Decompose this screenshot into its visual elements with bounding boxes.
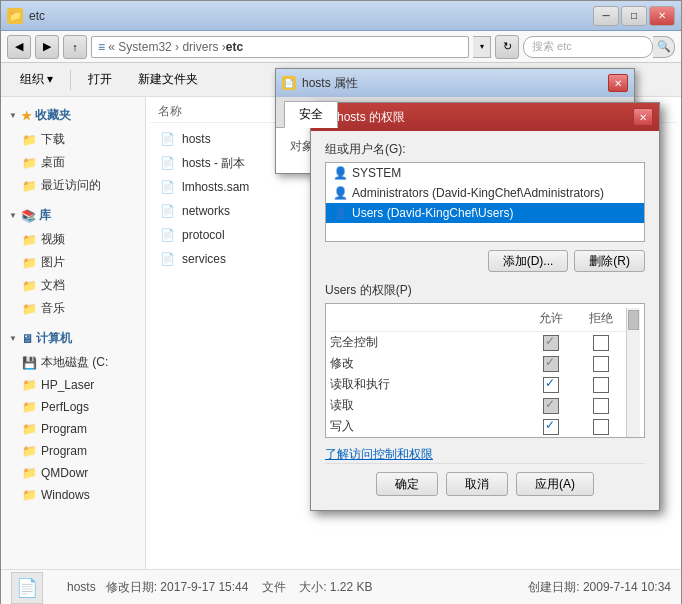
toolbar-separator bbox=[70, 70, 71, 90]
sidebar-item-local-disk[interactable]: 💾 本地磁盘 (C: bbox=[1, 351, 145, 374]
status-info: hosts 修改日期: 2017-9-17 15:44 文件 大小: 1.22 … bbox=[67, 579, 373, 596]
sidebar-item-downloads[interactable]: 📁 下载 bbox=[1, 128, 145, 151]
group-item-administrators[interactable]: 👤 Administrators (David-KingChef\Adminis… bbox=[326, 183, 644, 203]
sidebar-item-program2[interactable]: 📁 Program bbox=[1, 440, 145, 462]
disk-icon: 💾 bbox=[21, 355, 37, 371]
perms-scrollbar[interactable] bbox=[626, 308, 640, 437]
favorites-header[interactable]: ▼ ★ 收藏夹 bbox=[1, 103, 145, 128]
search-button[interactable]: 🔍 bbox=[653, 36, 675, 58]
back-button[interactable]: ◀ bbox=[7, 35, 31, 59]
full-control-deny-checkbox[interactable] bbox=[593, 335, 609, 351]
properties-close-button[interactable]: ✕ bbox=[608, 74, 628, 92]
folder-icon: 📁 bbox=[21, 255, 37, 271]
apply-button[interactable]: 应用(A) bbox=[516, 472, 594, 496]
security-tab[interactable]: 安全 bbox=[284, 101, 338, 128]
sidebar-item-pictures[interactable]: 📁 图片 bbox=[1, 251, 145, 274]
file-icon: 📄 bbox=[158, 202, 176, 220]
sidebar-item-program1[interactable]: 📁 Program bbox=[1, 418, 145, 440]
group-item-system[interactable]: 👤 SYSTEM bbox=[326, 163, 644, 183]
file-icon: 📄 bbox=[158, 226, 176, 244]
folder-icon: 📁 bbox=[21, 399, 37, 415]
perms-table-header: 允许 拒绝 bbox=[330, 308, 626, 332]
folder-icon: 📁 bbox=[21, 132, 37, 148]
permissions-title-bar: 📄 hosts 的权限 ✕ bbox=[311, 103, 659, 131]
folder-icon: 📁 bbox=[21, 155, 37, 171]
file-icon: 📄 bbox=[158, 250, 176, 268]
sidebar-item-documents[interactable]: 📁 文档 bbox=[1, 274, 145, 297]
sidebar-item-perflogs[interactable]: 📁 PerfLogs bbox=[1, 396, 145, 418]
up-button[interactable]: ↑ bbox=[63, 35, 87, 59]
properties-title: hosts 属性 bbox=[302, 75, 608, 92]
read-execute-deny-checkbox[interactable] bbox=[593, 377, 609, 393]
system-icon: 👤 bbox=[332, 165, 348, 181]
properties-title-bar: 📄 hosts 属性 ✕ bbox=[276, 69, 634, 97]
forward-button[interactable]: ▶ bbox=[35, 35, 59, 59]
group-label: 组或用户名(G): bbox=[325, 141, 645, 158]
sidebar-item-qmdown[interactable]: 📁 QMDowr bbox=[1, 462, 145, 484]
maximize-button[interactable]: □ bbox=[621, 6, 647, 26]
read-allow-checkbox[interactable] bbox=[543, 398, 559, 414]
folder-icon: 📁 bbox=[21, 377, 37, 393]
modify-deny-checkbox[interactable] bbox=[593, 356, 609, 372]
sidebar-item-windows[interactable]: 📁 Windows bbox=[1, 484, 145, 506]
computer-header[interactable]: ▼ 🖥 计算机 bbox=[1, 326, 145, 351]
sidebar-item-videos[interactable]: 📁 视频 bbox=[1, 228, 145, 251]
add-button[interactable]: 添加(D)... bbox=[488, 250, 569, 272]
perms-bottom-buttons: 确定 取消 应用(A) bbox=[325, 463, 645, 500]
sidebar-item-hp-laser[interactable]: 📁 HP_Laser bbox=[1, 374, 145, 396]
write-allow-checkbox[interactable] bbox=[543, 419, 559, 435]
perm-write: 写入 bbox=[330, 416, 626, 437]
access-control-link[interactable]: 了解访问控制和权限 bbox=[325, 446, 645, 463]
favorites-section: ▼ ★ 收藏夹 📁 下载 📁 桌面 📁 最近访问的 bbox=[1, 103, 145, 197]
folder-icon: 📁 bbox=[21, 421, 37, 437]
close-button[interactable]: ✕ bbox=[649, 6, 675, 26]
organize-button[interactable]: 组织 ▾ bbox=[9, 67, 64, 93]
modify-allow-checkbox[interactable] bbox=[543, 356, 559, 372]
sidebar-item-music[interactable]: 📁 音乐 bbox=[1, 297, 145, 320]
folder-icon: 📁 bbox=[21, 487, 37, 503]
users-icon: 👤 bbox=[332, 205, 348, 221]
group-buttons: 添加(D)... 删除(R) bbox=[325, 250, 645, 272]
address-dropdown[interactable]: ▾ bbox=[473, 36, 491, 58]
file-icon: 📄 bbox=[158, 154, 176, 172]
library-section: ▼ 📚 库 📁 视频 📁 图片 📁 文档 📁 bbox=[1, 203, 145, 320]
group-item-users[interactable]: 👤 Users (David-KingChef\Users) bbox=[326, 203, 644, 223]
status-size: 大小: 1.22 KB bbox=[299, 580, 372, 594]
perm-read: 读取 bbox=[330, 395, 626, 416]
explorer-window-controls: ─ □ ✕ bbox=[593, 6, 675, 26]
read-deny-checkbox[interactable] bbox=[593, 398, 609, 414]
ok-button[interactable]: 确定 bbox=[376, 472, 438, 496]
perm-read-execute: 读取和执行 bbox=[330, 374, 626, 395]
sidebar: ▼ ★ 收藏夹 📁 下载 📁 桌面 📁 最近访问的 bbox=[1, 97, 146, 569]
admin-icon: 👤 bbox=[332, 185, 348, 201]
folder-icon: 📁 bbox=[21, 232, 37, 248]
explorer-title: etc bbox=[29, 9, 593, 23]
perms-table-label: Users 的权限(P) bbox=[325, 282, 645, 299]
folder-icon: 📁 bbox=[21, 278, 37, 294]
library-header[interactable]: ▼ 📚 库 bbox=[1, 203, 145, 228]
write-deny-checkbox[interactable] bbox=[593, 419, 609, 435]
read-execute-allow-checkbox[interactable] bbox=[543, 377, 559, 393]
new-folder-button[interactable]: 新建文件夹 bbox=[127, 67, 209, 93]
permissions-dialog: 📄 hosts 的权限 ✕ 组或用户名(G): 👤 SYSTEM 👤 Admin… bbox=[310, 102, 660, 511]
sidebar-item-recent[interactable]: 📁 最近访问的 bbox=[1, 174, 145, 197]
folder-icon: 📁 bbox=[21, 443, 37, 459]
status-file-icon: 📄 bbox=[11, 572, 43, 604]
explorer-title-icon: 📁 bbox=[7, 8, 23, 24]
status-created: 创建日期: 2009-7-14 10:34 bbox=[528, 579, 671, 596]
file-icon: 📄 bbox=[158, 130, 176, 148]
permissions-body: 组或用户名(G): 👤 SYSTEM 👤 Administrators (Dav… bbox=[311, 131, 659, 510]
address-field[interactable]: ≡ « System32 › drivers › etc bbox=[91, 36, 469, 58]
search-field[interactable]: 搜索 etc bbox=[523, 36, 653, 58]
sidebar-item-desktop[interactable]: 📁 桌面 bbox=[1, 151, 145, 174]
address-bar: ◀ ▶ ↑ ≡ « System32 › drivers › etc ▾ ↻ 搜… bbox=[1, 31, 681, 63]
minimize-button[interactable]: ─ bbox=[593, 6, 619, 26]
permissions-close-button[interactable]: ✕ bbox=[633, 108, 653, 126]
full-control-allow-checkbox[interactable] bbox=[543, 335, 559, 351]
open-button[interactable]: 打开 bbox=[77, 67, 123, 93]
group-list[interactable]: 👤 SYSTEM 👤 Administrators (David-KingChe… bbox=[325, 162, 645, 242]
folder-icon: 📁 bbox=[21, 178, 37, 194]
cancel-button[interactable]: 取消 bbox=[446, 472, 508, 496]
refresh-button[interactable]: ↻ bbox=[495, 35, 519, 59]
remove-button[interactable]: 删除(R) bbox=[574, 250, 645, 272]
